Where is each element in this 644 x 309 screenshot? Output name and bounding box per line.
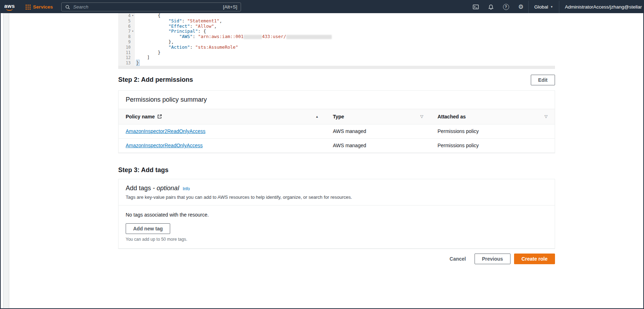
editor-line[interactable]: 8 "AWS": "arn:aws:iam::001433:user/ xyxy=(118,34,555,39)
column-header-type[interactable]: Type ▽ xyxy=(326,109,430,124)
policy-name-cell: AmazonInspector2ReadOnlyAccess xyxy=(119,124,326,138)
services-menu[interactable]: Services xyxy=(24,1,54,13)
editor-gutter: 4▾ xyxy=(118,13,135,18)
editor-gutter: 10 xyxy=(118,45,135,50)
top-navigation-bar: aws Services [Alt+S] xyxy=(1,1,643,13)
editor-line[interactable]: 6 "Effect": "Allow", xyxy=(118,24,555,29)
redacted-text xyxy=(244,35,262,39)
policy-name-column-label: Policy name xyxy=(126,114,155,119)
info-link[interactable]: Info xyxy=(183,186,190,191)
column-header-policy-name[interactable]: Policy name ▲ xyxy=(119,109,326,124)
cloudshell-terminal-icon xyxy=(473,4,479,10)
policy-table-body: AmazonInspector2ReadOnlyAccessAWS manage… xyxy=(119,124,555,153)
editor-line[interactable]: 4▾ { xyxy=(118,13,555,18)
line-number: 8 xyxy=(128,34,131,39)
search-input[interactable] xyxy=(73,4,220,10)
step3-title: Step 3: Add tags xyxy=(118,166,555,174)
account-menu[interactable]: AdministratorAccess/jzhang@stellar xyxy=(559,1,643,13)
fold-toggle-icon[interactable]: ▾ xyxy=(131,13,135,18)
redacted-text xyxy=(286,35,332,39)
aws-logo[interactable]: aws xyxy=(4,4,15,11)
code-text: "Principal": { xyxy=(135,29,206,34)
collapsed-side-panel[interactable] xyxy=(3,13,9,308)
tags-remaining-hint: You can add up to 50 more tags. xyxy=(126,237,548,242)
policy-type-cell: AWS managed xyxy=(326,138,430,153)
filter-icon[interactable]: ▽ xyxy=(420,114,423,119)
editor-line[interactable]: 12 ] xyxy=(118,55,555,60)
region-selector[interactable]: Global ▼ xyxy=(529,1,559,13)
editor-gutter: 7▾ xyxy=(118,29,135,34)
policy-name-link[interactable]: AmazonInspector2ReadOnlyAccess xyxy=(126,128,205,134)
editor-line[interactable]: 7▾ "Principal": { xyxy=(118,29,555,34)
permissions-card-header: Permissions policy summary xyxy=(119,91,555,109)
attached-as-column-label: Attached as xyxy=(438,114,466,119)
previous-button[interactable]: Previous xyxy=(475,254,511,264)
external-link-icon xyxy=(157,114,162,119)
policy-name-link[interactable]: AmazonInspectorReadOnlyAccess xyxy=(126,143,203,148)
help-button[interactable]: ? xyxy=(498,1,514,13)
cancel-button[interactable]: Cancel xyxy=(445,254,471,264)
add-new-tag-button[interactable]: Add new tag xyxy=(126,223,170,234)
topnav-right-section: ? ⚙ Global ▼ AdministratorAccess/jzhang@… xyxy=(468,1,644,13)
step2-header-row: Step 2: Add permissions Edit xyxy=(118,75,555,85)
line-number: 11 xyxy=(126,50,131,55)
services-label: Services xyxy=(33,4,53,10)
editor-line[interactable]: 10 "Action": "sts:AssumeRole" xyxy=(118,45,555,50)
question-mark-icon: ? xyxy=(503,4,509,10)
code-text: } xyxy=(135,50,161,55)
region-label: Global xyxy=(534,4,548,10)
code-text: }, xyxy=(135,39,174,45)
code-text: { xyxy=(135,13,161,18)
editor-line[interactable]: 5 "Sid": "Statement1", xyxy=(118,18,555,24)
step2-title: Step 2: Add permissions xyxy=(118,76,193,84)
line-number: 4 xyxy=(128,13,131,18)
editor-line[interactable]: 11 } xyxy=(118,50,555,55)
permissions-card-title: Permissions policy summary xyxy=(126,96,207,103)
filter-icon[interactable]: ▽ xyxy=(545,114,548,119)
type-column-label: Type xyxy=(333,114,344,119)
editor-gutter: 12 xyxy=(118,55,135,60)
editor-line[interactable]: 9 }, xyxy=(118,39,555,45)
add-tags-card-title: Add tags - optional xyxy=(126,185,179,192)
bell-icon xyxy=(488,4,494,10)
sort-ascending-icon[interactable]: ▲ xyxy=(315,115,319,118)
create-role-button[interactable]: Create role xyxy=(514,254,555,264)
line-number: 7 xyxy=(128,29,131,34)
fold-toggle-icon[interactable]: ▾ xyxy=(131,29,135,34)
column-header-attached-as[interactable]: Attached as ▽ xyxy=(430,109,555,124)
trust-policy-editor[interactable]: 4▾ {5 "Sid": "Statement1",6 "Effect": "A… xyxy=(118,13,555,69)
permissions-policy-table: Policy name ▲ xyxy=(119,109,555,153)
editor-horizontal-scrollbar[interactable] xyxy=(118,66,555,69)
line-number: 13 xyxy=(126,60,131,66)
global-search-box[interactable]: [Alt+S] xyxy=(61,2,241,11)
editor-gutter: 9 xyxy=(118,39,135,45)
editor-gutter: 6 xyxy=(118,24,135,29)
add-tags-card: Add tags - optional Info Tags are key-va… xyxy=(118,179,555,249)
code-text: "AWS": "arn:aws:iam::001433:user/ xyxy=(135,34,332,39)
settings-gear-icon: ⚙ xyxy=(518,4,524,10)
caret-down-icon: ▼ xyxy=(550,5,553,9)
policy-editor-lines: 4▾ {5 "Sid": "Statement1",6 "Effect": "A… xyxy=(118,13,555,66)
editor-gutter: 5 xyxy=(118,18,135,24)
notifications-button[interactable] xyxy=(483,1,498,13)
no-tags-text: No tags associated with the resource. xyxy=(126,212,548,218)
table-header-row: Policy name ▲ xyxy=(119,109,555,124)
line-number: 5 xyxy=(128,18,131,24)
cloudshell-button[interactable] xyxy=(468,1,483,13)
code-text: "Action": "sts:AssumeRole" xyxy=(135,45,238,50)
attached-as-cell: Permissions policy xyxy=(430,124,555,138)
editor-gutter: 8 xyxy=(118,34,135,39)
optional-label: - optional xyxy=(153,185,179,192)
attached-as-cell: Permissions policy xyxy=(430,138,555,153)
edit-permissions-button[interactable]: Edit xyxy=(531,75,555,85)
settings-button[interactable]: ⚙ xyxy=(514,1,528,13)
editor-line[interactable]: 13} xyxy=(118,60,555,66)
services-grid-icon xyxy=(26,5,31,10)
editor-gutter: 11 xyxy=(118,50,135,55)
line-number: 10 xyxy=(126,45,131,50)
code-text: } xyxy=(135,60,139,66)
code-text: "Effect": "Allow", xyxy=(135,24,217,29)
code-text: ] xyxy=(135,55,150,60)
aws-logo-text: aws xyxy=(4,4,15,8)
code-text: "Sid": "Statement1", xyxy=(135,18,222,24)
